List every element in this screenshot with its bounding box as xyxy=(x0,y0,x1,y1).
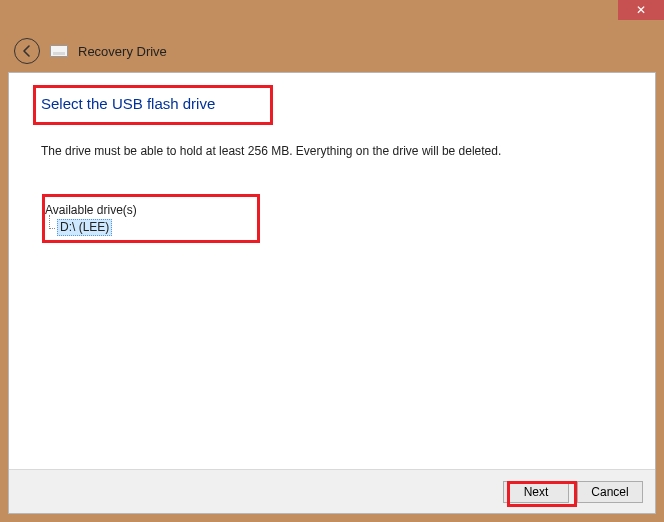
available-drives-label: Available drive(s) xyxy=(45,203,249,217)
drive-item-label: D:\ (LEE) xyxy=(57,219,112,236)
titlebar: ✕ xyxy=(0,0,664,30)
button-bar: Next Cancel xyxy=(9,469,655,513)
content-area: Select the USB flash drive The drive mus… xyxy=(9,73,655,239)
close-icon: ✕ xyxy=(636,3,646,17)
next-button[interactable]: Next xyxy=(503,481,569,503)
page-heading: Select the USB flash drive xyxy=(41,91,623,116)
cancel-button[interactable]: Cancel xyxy=(577,481,643,503)
drive-tree-item[interactable]: D:\ (LEE) xyxy=(45,219,249,236)
back-arrow-icon xyxy=(20,44,34,58)
client-area: Select the USB flash drive The drive mus… xyxy=(8,72,656,514)
drive-icon xyxy=(50,45,68,57)
available-drives-section: Available drive(s) D:\ (LEE) xyxy=(41,200,253,239)
back-button[interactable] xyxy=(14,38,40,64)
close-button[interactable]: ✕ xyxy=(618,0,664,20)
wizard-header: Recovery Drive xyxy=(0,30,664,72)
page-description: The drive must be able to hold at least … xyxy=(41,144,623,158)
wizard-title: Recovery Drive xyxy=(78,44,167,59)
tree-connector-icon xyxy=(49,215,55,229)
